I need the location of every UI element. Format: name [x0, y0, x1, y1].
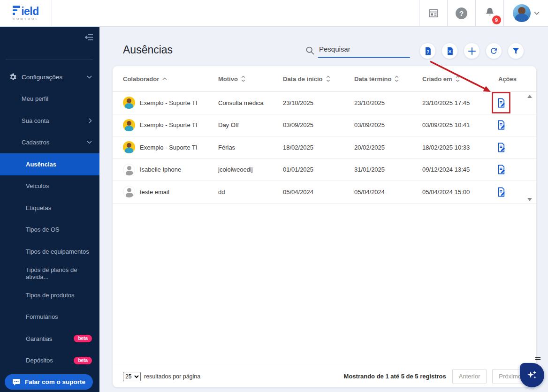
collaborator-cell: Isabelle Iphone	[123, 164, 218, 176]
scrollbar-down-arrow[interactable]	[527, 198, 532, 201]
export-excel-button[interactable]	[441, 43, 458, 59]
ai-assistant-button[interactable]	[520, 363, 544, 387]
notifications-button[interactable]: 9	[475, 0, 503, 26]
support-button-label: Falar com o suporte	[25, 378, 85, 385]
sidebar-item-label: Garantias	[26, 335, 52, 342]
gear-icon	[8, 73, 17, 82]
column-header-data-termino[interactable]: Data término	[354, 75, 422, 83]
search-icon	[305, 45, 315, 55]
edit-absence-button[interactable]	[493, 182, 510, 201]
sidebar-item-tipos-de-equipamentos[interactable]: Tipos de equipamentos	[0, 241, 99, 263]
chevron-down-icon	[534, 11, 540, 15]
collaborator-name: Exemplo - Suporte TI	[140, 144, 198, 151]
sidebar-item-garantias[interactable]: Garantias beta	[0, 328, 99, 350]
sidebar-item-label: Ausências	[26, 161, 56, 168]
data-inicio-cell: 23/10/2025	[283, 99, 354, 106]
table-row[interactable]: Exemplo - Suporte TI Day Off 03/09/2025 …	[113, 114, 536, 137]
export-document-button[interactable]	[419, 43, 436, 59]
sidebar-item-label: Tipos de equipamentos	[26, 248, 89, 255]
top-header: ield CONTROL ? 9	[0, 0, 548, 27]
beta-badge: beta	[74, 357, 92, 364]
topbar-actions: ? 9	[419, 0, 548, 26]
collaborator-name: Exemplo - Suporte TI	[140, 121, 198, 128]
search-input[interactable]	[318, 45, 410, 58]
field-logo-icon	[13, 6, 20, 16]
brand-subtitle: CONTROL	[13, 17, 39, 21]
edit-document-icon	[496, 120, 507, 130]
column-header-data-inicio[interactable]: Data de início	[283, 75, 354, 83]
sidebar-item-ausencias[interactable]: Ausências	[0, 153, 99, 175]
sidebar-item-configuracoes[interactable]: Configurações	[0, 66, 99, 88]
acoes-cell	[493, 116, 536, 135]
support-button[interactable]: Falar com o suporte	[5, 374, 93, 390]
sort-both-icon	[241, 75, 245, 82]
table-row[interactable]: Isabelle Iphone jcoioiweoedij 01/01/2025…	[113, 159, 536, 181]
page-size-select[interactable]: 25	[123, 372, 141, 381]
table-row[interactable]: Exemplo - Suporte TI Férias 18/02/2025 2…	[113, 136, 536, 159]
data-termino-cell: 03/09/2025	[354, 121, 422, 128]
sidebar-item-label: Veículos	[26, 182, 49, 189]
collaborator-avatar	[123, 119, 135, 131]
collaborator-cell: Exemplo - Suporte TI	[123, 97, 218, 109]
sidebar-item-formularios[interactable]: Formulários	[0, 306, 99, 328]
edit-absence-button[interactable]	[493, 93, 510, 112]
sort-asc-icon	[162, 77, 167, 80]
news-button[interactable]	[419, 0, 447, 26]
sidebar-item-sua-conta[interactable]: Sua conta	[0, 110, 99, 132]
sidebar-item-label: Cadastros	[22, 139, 49, 146]
widget-resize-handle[interactable]	[535, 357, 540, 361]
data-inicio-cell: 03/09/2025	[283, 121, 354, 128]
motivo-cell: Férias	[218, 144, 283, 151]
brand-logo[interactable]: ield CONTROL	[0, 0, 52, 26]
edit-document-icon	[496, 142, 507, 153]
sidebar-item-tipos-de-produtos[interactable]: Tipos de produtos	[0, 284, 99, 306]
sidebar-item-depositos[interactable]: Depósitos beta	[0, 350, 99, 372]
acoes-cell	[493, 160, 536, 179]
sidebar-item-etiquetas[interactable]: Etiquetas	[0, 197, 99, 219]
column-header-colaborador[interactable]: Colaborador	[123, 75, 218, 83]
sidebar-item-label: Tipos de OS	[26, 226, 60, 233]
collaborator-avatar	[123, 97, 135, 109]
data-inicio-cell: 01/01/2025	[283, 166, 354, 173]
sort-both-icon	[326, 75, 330, 82]
motivo-cell: jcoioiweoedij	[218, 166, 283, 173]
column-header-criado-em[interactable]: Criado em	[422, 75, 493, 83]
previous-page-button[interactable]: Anterior	[452, 369, 487, 384]
sidebar-item-label: Etiquetas	[26, 204, 51, 211]
edit-absence-button[interactable]	[493, 116, 510, 135]
edit-absence-button[interactable]	[493, 138, 510, 157]
motivo-cell: dd	[218, 188, 283, 196]
refresh-button[interactable]	[486, 43, 502, 59]
criado-em-cell: 03/09/2025 10:41	[422, 121, 493, 128]
sidebar: Configurações Meu perfil Sua conta Cadas…	[0, 27, 99, 392]
sidebar-item-cadastros[interactable]: Cadastros	[0, 132, 99, 154]
profile-menu[interactable]	[503, 0, 548, 26]
chevron-right-icon	[89, 118, 92, 123]
table-row[interactable]: teste email dd 05/04/2024 05/04/2024 05/…	[113, 181, 536, 204]
criado-em-cell: 23/10/2025 17:45	[422, 99, 493, 106]
scrollbar-up-arrow[interactable]	[527, 95, 532, 98]
motivo-cell: Consulta médica	[218, 99, 283, 106]
refresh-icon	[489, 46, 498, 55]
collaborator-name: Isabelle Iphone	[140, 166, 181, 173]
column-header-motivo[interactable]: Motivo	[218, 75, 283, 83]
table-row[interactable]: Exemplo - Suporte TI Consulta médica 23/…	[113, 92, 536, 114]
table-header-row: Colaborador Motivo Data de início Data t…	[113, 66, 536, 92]
collapse-sidebar-button[interactable]	[84, 34, 93, 42]
acoes-cell	[493, 138, 536, 157]
sidebar-item-meu-perfil[interactable]: Meu perfil	[0, 88, 99, 110]
edit-absence-button[interactable]	[493, 160, 510, 179]
criado-em-cell: 18/02/2025 10:33	[422, 144, 493, 151]
collaborator-avatar	[123, 141, 135, 153]
help-button[interactable]: ?	[447, 0, 475, 26]
sidebar-item-veiculos[interactable]: Veículos	[0, 175, 99, 197]
add-button[interactable]	[464, 43, 480, 59]
brand-logo-row: ield	[13, 6, 39, 16]
beta-badge: beta	[74, 335, 92, 342]
sidebar-item-tipos-de-planos[interactable]: Tipos de planos de ativida...	[0, 263, 99, 285]
table-footer: 25 resultados por página Mostrando de 1 …	[113, 365, 536, 387]
absences-table-card: Colaborador Motivo Data de início Data t…	[113, 66, 536, 387]
sidebar-item-tipos-de-os[interactable]: Tipos de OS	[0, 219, 99, 241]
data-inicio-cell: 05/04/2024	[283, 188, 354, 196]
filter-button[interactable]	[508, 43, 524, 59]
